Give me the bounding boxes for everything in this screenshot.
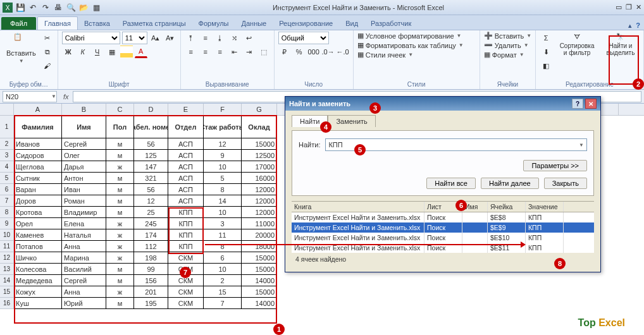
cell-styles-button[interactable]: ▦ Стили ячеек▼ <box>357 51 413 59</box>
row-header[interactable]: 2 <box>0 138 14 150</box>
bold-button[interactable]: Ж <box>62 46 75 58</box>
tab-home[interactable]: Главная <box>37 16 78 30</box>
redo-icon[interactable]: ↷ <box>40 3 51 13</box>
cell[interactable]: 15000 <box>242 264 277 275</box>
cell[interactable]: 20000 <box>242 229 277 241</box>
paste-button[interactable]: 📋 Вставить ▼ <box>4 32 39 65</box>
cell[interactable]: Сергей <box>62 275 106 286</box>
cell[interactable]: Каменев <box>14 229 62 241</box>
align-center-icon[interactable]: ≡ <box>199 46 212 58</box>
row-header[interactable]: 1 <box>0 116 14 138</box>
cell[interactable]: 156 <box>134 275 168 286</box>
dialog-close-icon[interactable]: ✕ <box>585 99 597 109</box>
cell[interactable]: 10 <box>204 161 242 173</box>
cell[interactable]: АСП <box>168 161 204 173</box>
cell[interactable]: 8 <box>204 241 242 252</box>
result-row[interactable]: Инструмент Excel Найти и Заменить.xlsxПо… <box>292 233 594 243</box>
minimize-icon[interactable]: ▭ <box>616 3 622 11</box>
cell[interactable]: АСП <box>168 173 204 184</box>
cell[interactable]: Василий <box>62 264 106 275</box>
tab-data[interactable]: Данные <box>235 17 273 30</box>
cell[interactable]: ж <box>106 229 134 241</box>
copy-icon[interactable]: ⧉ <box>41 46 54 58</box>
percent-icon[interactable]: % <box>293 46 306 58</box>
cell[interactable]: 14000 <box>242 275 277 286</box>
cell[interactable]: 8 <box>204 184 242 195</box>
cell[interactable]: ж <box>106 252 134 264</box>
cell[interactable]: Сергей <box>62 138 106 150</box>
help-icon[interactable]: ? <box>636 21 640 30</box>
cell[interactable]: ж <box>106 286 134 298</box>
cell[interactable]: 2 <box>204 275 242 286</box>
cell[interactable]: 10 <box>204 207 242 218</box>
table-header[interactable]: Пол <box>106 116 134 138</box>
dialog-tab-replace[interactable]: Заменить <box>328 115 375 127</box>
col-header[interactable]: B <box>62 104 106 115</box>
increase-font-icon[interactable]: A▴ <box>149 32 162 44</box>
cell[interactable]: ж <box>106 218 134 229</box>
col-header[interactable]: A <box>14 104 62 115</box>
cell[interactable]: 201 <box>134 286 168 298</box>
cell[interactable]: м <box>106 150 134 161</box>
table-header[interactable]: Стаж работы <box>204 116 242 138</box>
align-middle-icon[interactable]: ≡ <box>199 32 212 44</box>
cell[interactable]: 3 <box>204 218 242 229</box>
cell[interactable]: СКМ <box>168 252 204 264</box>
table-header[interactable]: Имя <box>62 116 106 138</box>
col-header[interactable]: C <box>106 104 134 115</box>
cell[interactable]: 15000 <box>242 252 277 264</box>
cell[interactable]: Кротова <box>14 207 62 218</box>
cell[interactable]: 15 <box>204 286 242 298</box>
cell[interactable]: 12500 <box>242 150 277 161</box>
tab-view[interactable]: Вид <box>339 17 364 30</box>
row-header[interactable]: 8 <box>0 207 14 218</box>
align-top-icon[interactable]: ⭱ <box>185 32 197 44</box>
align-right-icon[interactable]: ≡ <box>214 46 226 58</box>
row-header[interactable]: 14 <box>0 275 14 286</box>
autosum-icon[interactable]: Σ <box>540 32 552 44</box>
cell[interactable]: 12000 <box>242 184 277 195</box>
ribbon-minimize-icon[interactable]: ▴ <box>628 21 632 30</box>
insert-cells-button[interactable]: ➕ Вставить▼ <box>484 32 532 40</box>
print-icon[interactable]: 🖶 <box>53 3 63 13</box>
select-all-corner[interactable] <box>0 104 14 115</box>
cell[interactable]: КПП <box>168 207 204 218</box>
align-bottom-icon[interactable]: ⭳ <box>214 32 226 44</box>
open-icon[interactable]: 📂 <box>78 3 89 13</box>
wrap-text-icon[interactable]: ↩ <box>243 32 256 44</box>
font-name-select[interactable]: Calibri <box>62 32 120 44</box>
col-header[interactable]: E <box>168 104 204 115</box>
cell[interactable]: 112 <box>134 241 168 252</box>
row-header[interactable]: 13 <box>0 264 14 275</box>
fill-icon[interactable]: ⬇ <box>540 46 552 58</box>
cell[interactable]: Сытник <box>14 173 62 184</box>
cell[interactable]: 6 <box>204 252 242 264</box>
format-as-table-button[interactable]: ▦ Форматировать как таблицу▼ <box>357 41 464 49</box>
cell[interactable]: 15000 <box>242 138 277 150</box>
fx-icon[interactable]: fx <box>59 93 73 100</box>
cell[interactable]: 7 <box>204 298 242 309</box>
cell[interactable]: Роман <box>62 195 106 207</box>
cell[interactable]: 10 <box>204 264 242 275</box>
clear-icon[interactable]: ◧ <box>540 59 552 72</box>
cell[interactable]: КПП <box>168 218 204 229</box>
cell[interactable]: м <box>106 207 134 218</box>
find-replace-dialog[interactable]: Найти и заменить ? ✕ Найти Заменить Найт… <box>285 96 601 272</box>
cell[interactable]: Доров <box>14 195 62 207</box>
row-header[interactable]: 12 <box>0 252 14 264</box>
tab-layout[interactable]: Разметка страницы <box>116 17 192 30</box>
cell[interactable]: Щеглова <box>14 161 62 173</box>
table-header[interactable]: Отдел <box>168 116 204 138</box>
cell[interactable]: 12000 <box>242 207 277 218</box>
options-button[interactable]: Параметры >> <box>523 160 587 171</box>
cell[interactable]: 18000 <box>242 241 277 252</box>
col-header[interactable]: F <box>204 104 242 115</box>
cell[interactable]: Шичко <box>14 252 62 264</box>
cell[interactable]: Анна <box>62 286 106 298</box>
cell[interactable]: КПП <box>168 241 204 252</box>
cell[interactable]: Дарья <box>62 161 106 173</box>
cell[interactable]: 198 <box>134 252 168 264</box>
underline-button[interactable]: Ч <box>91 46 104 58</box>
cell[interactable]: Олег <box>62 150 106 161</box>
cell[interactable]: Анна <box>62 241 106 252</box>
